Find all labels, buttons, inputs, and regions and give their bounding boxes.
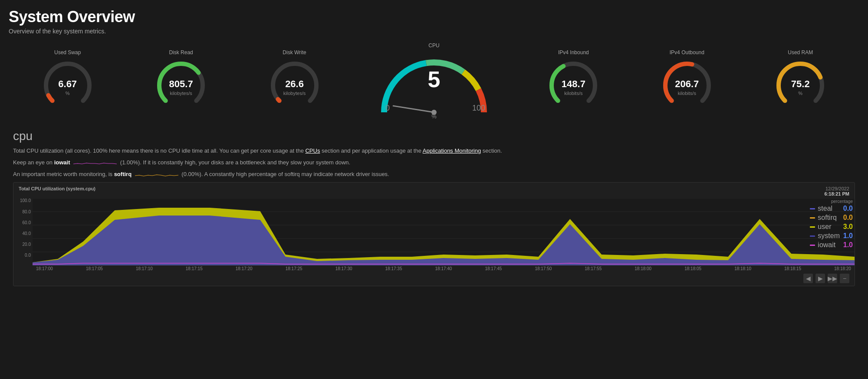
disk-read-label: Disk Read	[169, 49, 193, 56]
ipv4-outbound-unit: kilobits/s	[675, 91, 699, 96]
used-swap-unit: %	[58, 91, 77, 96]
legend-softirq: softirq 0.0	[810, 214, 853, 222]
chart-svg-container: percentage steal 0.0 softirq 0.0 user	[33, 198, 855, 265]
ipv4-inbound-label: IPv4 Inbound	[558, 49, 589, 56]
iowait-label-legend: iowait	[818, 241, 840, 249]
disk-read-value-display: 805.7 kilobytes/s	[169, 78, 193, 96]
iowait-color	[810, 245, 815, 246]
used-ram-canvas-wrap: 75.2 %	[772, 57, 829, 114]
cpu-label: CPU	[428, 42, 439, 49]
x-label-2: 18:17:10	[136, 266, 153, 271]
chart-controls: ◀ ▶ ▶▶ −	[13, 273, 855, 286]
y-label-40: 40.0	[17, 231, 31, 236]
chart-time: 6:18:21 PM	[825, 191, 849, 196]
x-label-5: 18:17:25	[286, 266, 302, 271]
x-label-3: 18:17:15	[186, 266, 203, 271]
steal-color	[810, 208, 815, 209]
disk-read-number: 805.7	[169, 78, 193, 89]
legend-iowait: iowait 1.0	[810, 241, 853, 249]
disk-read-unit: kilobytes/s	[169, 91, 193, 96]
ipv4-outbound-label: IPv4 Outbound	[670, 49, 704, 56]
y-label-20: 20.0	[17, 242, 31, 247]
x-label-7: 18:17:35	[385, 266, 402, 271]
used-swap-gauge: Used Swap 6.67 %	[33, 49, 102, 114]
apps-monitoring-link[interactable]: Applications Monitoring	[423, 147, 481, 154]
used-ram-value-display: 75.2 %	[791, 78, 810, 96]
x-label-8: 18:17:40	[435, 266, 452, 271]
user-color	[810, 226, 815, 228]
legend-steal: steal 0.0	[810, 205, 853, 212]
used-ram-label: Used RAM	[788, 49, 813, 56]
x-label-1: 18:17:05	[86, 266, 103, 271]
chart-header: Total CPU utilization (system.cpu) 12/29…	[13, 186, 855, 198]
system-value: 1.0	[842, 232, 853, 240]
user-value: 3.0	[842, 223, 853, 231]
cpu-chart: Total CPU utilization (system.cpu) 12/29…	[13, 182, 855, 286]
x-label-13: 18:18:05	[684, 266, 701, 271]
ipv4-outbound-canvas-wrap: 206.7 kilobits/s	[659, 57, 715, 114]
ipv4-outbound-number: 206.7	[675, 78, 699, 89]
iowait-val: 1.00%	[122, 159, 138, 166]
chart-zoom-out-btn[interactable]: −	[840, 274, 849, 283]
softirq-val: 0.00%	[184, 171, 200, 177]
y-label-0: 0.0	[17, 253, 31, 258]
y-label-60: 60.0	[17, 220, 31, 225]
ipv4-inbound-canvas-wrap: 148.7 kilobits/s	[545, 57, 602, 114]
steal-label: steal	[818, 205, 840, 212]
y-label-80: 80.0	[17, 209, 31, 214]
cpu-section-title: cpu	[13, 129, 855, 143]
softirq-sparkline	[135, 171, 178, 177]
softirq-emphasis: softirq	[114, 171, 132, 177]
used-swap-number: 6.67	[58, 78, 77, 89]
used-ram-number: 75.2	[791, 78, 810, 89]
softirq-value: 0.0	[842, 214, 853, 222]
x-label-14: 18:18:10	[734, 266, 751, 271]
x-label-15: 18:18:15	[784, 266, 801, 271]
cpu-gauge: CPU 5 0 100 %	[373, 42, 495, 121]
x-label-10: 18:17:50	[535, 266, 552, 271]
cpu-desc-3: An important metric worth monitoring, is…	[13, 170, 855, 179]
legend-header: percentage	[810, 199, 853, 204]
disk-write-canvas-wrap: 26.6 kilobytes/s	[266, 57, 323, 114]
page-subtitle: Overview of the key system metrics.	[9, 28, 859, 35]
x-label-12: 18:18:00	[635, 266, 651, 271]
cpu-desc-1-post: section.	[481, 147, 502, 154]
x-label-6: 18:17:30	[335, 266, 352, 271]
cpu-desc-1: Total CPU utilization (all cores). 100% …	[13, 147, 855, 156]
disk-write-number: 26.6	[285, 78, 304, 89]
cpu-desc-2-pre: Keep an eye on	[13, 159, 54, 166]
cpu-chart-svg	[33, 198, 855, 265]
system-label: system	[818, 232, 840, 240]
chart-timestamp: 12/29/2022 6:18:21 PM	[825, 186, 849, 196]
chart-forward-btn[interactable]: ▶	[815, 274, 825, 283]
ipv4-inbound-value-display: 148.7 kilobits/s	[562, 78, 585, 96]
softirq-color	[810, 217, 815, 219]
chart-back-btn[interactable]: ◀	[803, 274, 813, 283]
chart-date: 12/29/2022	[825, 186, 849, 191]
chart-x-axis: 18:17:00 18:17:05 18:17:10 18:17:15 18:1…	[13, 265, 855, 273]
cpu-desc-1-pre: Total CPU utilization (all cores). 100% …	[13, 147, 305, 154]
ipv4-inbound-number: 148.7	[562, 78, 585, 89]
used-ram-gauge: Used RAM 75.2 %	[766, 49, 835, 114]
chart-skip-forward-btn[interactable]: ▶▶	[828, 274, 837, 283]
chart-title: Total CPU utilization (system.cpu)	[19, 186, 95, 191]
disk-read-canvas-wrap: 805.7 kilobytes/s	[153, 57, 209, 114]
cpu-min-label: 0	[385, 104, 390, 113]
gauges-row: Used Swap 6.67 % Disk Read 805.7 kilobyt…	[0, 38, 868, 125]
steal-value: 0.0	[842, 205, 853, 212]
cpu-desc-2: Keep an eye on iowait (1.00%). If it is …	[13, 158, 855, 167]
cpu-section: cpu Total CPU utilization (all cores). 1…	[0, 125, 868, 286]
x-label-9: 18:17:45	[485, 266, 502, 271]
ipv4-outbound-gauge: IPv4 Outbound 206.7 kilobits/s	[652, 49, 722, 114]
x-label-4: 18:17:20	[236, 266, 253, 271]
cpu-value: 5	[428, 66, 441, 92]
used-swap-canvas-wrap: 6.67 %	[39, 57, 96, 114]
cpu-desc-1-mid: section and per application usage at the	[320, 147, 422, 154]
iowait-emphasis: iowait	[54, 159, 70, 166]
disk-write-unit: kilobytes/s	[283, 91, 306, 96]
iowait-value: 1.0	[842, 241, 853, 249]
cpus-link[interactable]: CPUs	[305, 147, 320, 154]
disk-write-gauge: Disk Write 26.6 kilobytes/s	[260, 49, 329, 114]
user-label: user	[818, 223, 840, 231]
chart-y-axis: 100.0 80.0 60.0 40.0 20.0 0.0	[13, 198, 33, 265]
